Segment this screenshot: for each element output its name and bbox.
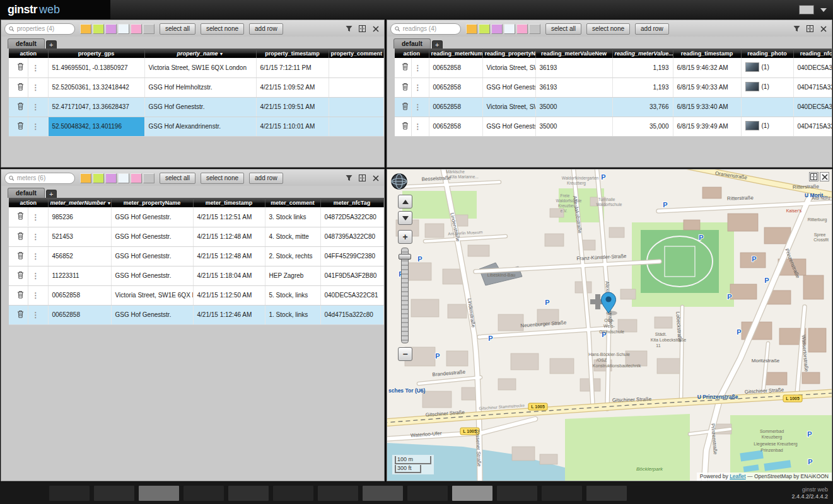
readings-search-input[interactable] (403, 25, 457, 32)
taskbar-item[interactable] (586, 486, 627, 501)
delete-row-button[interactable] (399, 58, 412, 77)
close-icon[interactable] (370, 173, 381, 183)
select-all-button[interactable]: select all (545, 23, 581, 35)
cell-reading-meternum[interactable]: 00652858 (429, 97, 482, 117)
column-header-meter-nfctag[interactable]: meter_nfcTag (320, 198, 383, 207)
cell-meter-comment[interactable]: HEP Zagreb (265, 266, 320, 285)
table-row[interactable]: ⋮11223311GSG Hof Geneststr.4/21/15 1:18:… (9, 266, 383, 285)
row-menu-button[interactable]: ⋮ (412, 98, 424, 117)
row-menu-button[interactable]: ⋮ (412, 78, 424, 97)
color-swatch[interactable] (466, 24, 477, 34)
layout-split-icon[interactable] (805, 24, 815, 34)
delete-row-button[interactable] (14, 98, 28, 117)
tab-default[interactable]: default (8, 38, 45, 49)
taskbar-item[interactable] (452, 486, 492, 501)
cell-reading-timestamp[interactable]: 6/8/15 9:39:49 AM (673, 117, 741, 136)
taskbar-item[interactable] (318, 486, 358, 501)
table-row[interactable]: ⋮52.50048342, 13.401196GSG Hof Alexandri… (9, 117, 383, 136)
cell-meter-comment[interactable]: 3. Stock links (265, 207, 320, 227)
readings-search[interactable] (390, 23, 461, 35)
taskbar-item[interactable] (49, 486, 90, 501)
cell-reading-photo[interactable]: (1) (741, 117, 793, 136)
table-row[interactable]: ⋮00652858GSG Hof Geneststr.3500035,0006/… (395, 117, 832, 136)
color-swatch[interactable] (93, 24, 104, 34)
cell-reading-metervalue[interactable]: 35,000 (612, 117, 673, 136)
column-header-reading-timestamp[interactable]: reading_timestamp (673, 49, 741, 58)
column-header-action[interactable]: action (9, 49, 48, 58)
cell-property-timestamp[interactable]: 4/21/15 1:09:51 AM (256, 97, 329, 117)
color-swatch[interactable] (491, 24, 503, 34)
filter-icon[interactable] (344, 24, 354, 34)
row-menu-button[interactable]: ⋮ (28, 286, 43, 305)
cell-reading-photo[interactable] (741, 97, 793, 117)
table-row[interactable]: ⋮00652858GSG Hof Geneststr.4/21/15 1:12:… (9, 305, 383, 324)
table-row[interactable]: ⋮521453GSG Hof Geneststr.4/21/15 1:12:48… (9, 227, 383, 246)
cell-reading-meternum[interactable]: 00652858 (429, 58, 482, 77)
close-icon[interactable] (370, 24, 381, 34)
cell-meter-nfctag[interactable]: 041F9D5A3F2B80 (320, 266, 383, 285)
add-tab-button[interactable]: + (46, 190, 57, 198)
delete-row-button[interactable] (14, 78, 28, 97)
row-menu-button[interactable]: ⋮ (28, 98, 43, 117)
taskbar-item[interactable] (497, 486, 537, 501)
color-swatch[interactable] (143, 24, 154, 34)
dropdown-caret-icon[interactable] (820, 8, 827, 12)
select-all-button[interactable]: select all (160, 23, 195, 35)
taskbar-item[interactable] (139, 486, 179, 501)
cell-reading-metervalue[interactable]: 1,193 (612, 58, 673, 77)
cell-meter-nfctag[interactable]: 0487395A322C80 (320, 227, 383, 246)
delete-row-button[interactable] (14, 266, 28, 285)
photo-thumbnail[interactable] (745, 121, 759, 130)
color-swatch[interactable] (118, 173, 129, 183)
cell-meter-comment[interactable]: 2. Stock, rechts (265, 246, 320, 266)
cell-reading-nfc[interactable]: 04D4715A322... (793, 117, 832, 136)
table-row[interactable]: ⋮00652858Victoria Street, SW1E 6QX Londo… (9, 285, 383, 305)
row-menu-button[interactable]: ⋮ (28, 78, 43, 97)
taskbar-item[interactable] (363, 486, 403, 501)
color-swatch[interactable] (529, 24, 540, 34)
zoom-in-button[interactable]: + (398, 230, 412, 244)
color-swatch[interactable] (118, 24, 129, 34)
cell-property-timestamp[interactable]: 6/1/15 7:12:11 PM (256, 58, 329, 77)
cell-meter-meternumber[interactable]: 00652858 (48, 305, 111, 324)
delete-row-button[interactable] (14, 207, 28, 226)
row-menu-button[interactable]: ⋮ (28, 207, 43, 226)
column-header-action[interactable]: action (9, 198, 48, 207)
cell-meter-timestamp[interactable]: 4/21/15 1:18:04 AM (193, 266, 265, 285)
cell-property-gps[interactable]: 52.47171047, 13.36628437 (48, 97, 144, 117)
add-row-button[interactable]: add row (635, 23, 669, 35)
table-row[interactable]: ⋮456852GSG Hof Geneststr.4/21/15 1:12:48… (9, 246, 383, 266)
delete-row-button[interactable] (399, 117, 412, 136)
column-header-reading-metervaluenew[interactable]: reading_meterValueNew (535, 49, 612, 58)
cell-property-name[interactable]: GSG Hof Helmholtzstr. (144, 77, 256, 97)
cell-meter-comment[interactable]: 1. Stock, links (265, 305, 320, 324)
meters-search-input[interactable] (17, 175, 71, 181)
cell-reading-timestamp[interactable]: 6/8/15 9:40:33 AM (673, 77, 741, 97)
filter-icon[interactable] (791, 24, 802, 34)
select-none-button[interactable]: select none (201, 173, 244, 184)
cell-reading-metervaluenew[interactable]: 35000 (535, 117, 612, 136)
zoom-slider[interactable] (401, 248, 409, 343)
taskbar-item[interactable] (228, 486, 269, 501)
cell-property-name[interactable]: GSG Hof Geneststr. (144, 97, 256, 117)
photo-thumbnail[interactable] (745, 82, 759, 91)
row-menu-button[interactable]: ⋮ (28, 247, 43, 266)
cell-meter-propertyname[interactable]: Victoria Street, SW1E 6QX London (111, 285, 193, 305)
cell-reading-meternum[interactable]: 00652858 (429, 117, 482, 136)
tab-default[interactable]: default (393, 38, 431, 49)
column-header-reading-propertyn[interactable]: reading_propertyN... (482, 49, 535, 58)
column-header-property-comment[interactable]: property_comment (329, 49, 383, 58)
color-swatch[interactable] (105, 24, 117, 34)
color-swatch[interactable] (105, 173, 117, 183)
cell-reading-metervaluenew[interactable]: 35000 (535, 97, 612, 117)
cell-reading-nfc[interactable]: 040DEC5A322... (793, 58, 832, 77)
cell-meter-meternumber[interactable]: 11223311 (48, 266, 111, 285)
cell-reading-photo[interactable]: (1) (741, 77, 793, 97)
delete-row-button[interactable] (14, 117, 28, 136)
cell-property-comment[interactable] (329, 58, 383, 77)
taskbar-item[interactable] (273, 486, 313, 501)
row-menu-button[interactable]: ⋮ (28, 306, 43, 324)
properties-search-input[interactable] (17, 25, 71, 32)
leaflet-link[interactable]: Leaflet (730, 473, 746, 479)
delete-row-button[interactable] (14, 286, 28, 305)
